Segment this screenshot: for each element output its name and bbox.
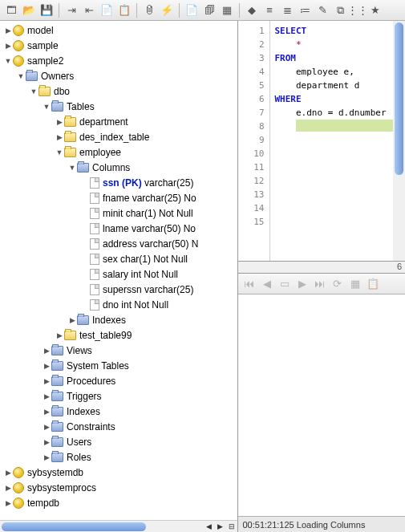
code-line[interactable] [275,149,401,163]
tree-node[interactable]: ▶sample [0,38,237,53]
tree-node[interactable]: ▼Columns [0,160,237,175]
code-line[interactable] [275,163,401,177]
tree-toggle[interactable]: ▶ [67,316,77,324]
tree-node[interactable]: ▶fname varchar(25) No [0,190,237,205]
copy-button[interactable]: 📋 [365,276,381,292]
tree-node[interactable]: ▶des_index_table [0,129,237,144]
indent-button[interactable]: ≣ [279,2,295,18]
tree-node[interactable]: ▶Views [0,343,237,358]
tree-scroll-left[interactable]: ◀ [204,521,215,532]
tree-toggle[interactable]: ▶ [3,484,13,492]
tree-node[interactable]: ▶sybsystemdb [0,465,237,480]
tree-toggle[interactable]: ▼ [29,87,38,95]
new-connection-button[interactable]: 🗔 [3,2,19,18]
wand-button[interactable]: ✎ [314,2,330,18]
tree-toggle[interactable]: ▶ [55,118,64,126]
first-button[interactable]: ⏮ [241,276,257,292]
sheet-button[interactable]: 📄 [184,2,200,18]
sql-editor[interactable]: 123456789101112131415 SELECT *FROM emplo… [238,21,406,262]
book-button[interactable]: ◆ [244,2,260,18]
tree-scroll-end[interactable]: ⊟ [226,521,237,532]
code-line[interactable] [275,177,401,190]
code-line[interactable] [275,190,401,204]
props-button[interactable]: 🗐 [201,2,217,18]
tree-node[interactable]: ▶Indexes [0,404,237,419]
tree-node[interactable]: ▶Procedures [0,373,237,388]
tree-node[interactable]: ▶Triggers [0,388,237,404]
save-button[interactable]: 💾 [38,2,55,18]
tree-toggle[interactable]: ▶ [42,453,51,461]
import-button[interactable]: ⇥ [63,2,79,18]
tree-toggle[interactable]: ▼ [55,148,64,156]
tree-node[interactable]: ▶Roles [0,449,237,465]
tree-node[interactable]: ▶address varchar(50) N [0,236,237,251]
code-line[interactable]: SELECT [275,24,401,38]
tree-node[interactable]: ▶tempdb [0,495,237,510]
tree-node[interactable]: ▶ssn (PK) varchar(25) [0,175,237,190]
tree-node[interactable]: ▶test_table99 [0,327,237,343]
tree-node[interactable]: ▶lname varchar(50) No [0,221,237,236]
paste-button[interactable]: 📋 [116,2,132,18]
tree-toggle[interactable]: ▼ [42,103,51,111]
tree-node[interactable]: ▶sybsystemprocs [0,480,237,495]
tree-node[interactable]: ▼employee [0,144,237,160]
editor-hscrollbar[interactable]: 6 [238,262,406,274]
code-line[interactable]: FROM [275,51,401,65]
refresh-button[interactable]: ⟳ [330,276,346,292]
tree-node[interactable]: ▶Constraints [0,419,237,434]
code-line[interactable] [275,217,401,231]
tree-toggle[interactable]: ▶ [42,377,51,385]
export-button[interactable]: ⇤ [81,2,97,18]
tree-node[interactable]: ▼Tables [0,99,237,114]
tree-node[interactable]: ▶model [0,22,237,38]
export-button[interactable]: ▦ [347,276,363,292]
code-line[interactable] [275,136,401,149]
page-button[interactable]: ▭ [277,276,293,292]
tree-node[interactable]: ▶minit char(1) Not Null [0,205,237,221]
code-line[interactable]: WHERE [275,92,401,106]
code-line[interactable] [275,120,401,136]
editor-code[interactable]: SELECT *FROM employee e, department dWHE… [270,21,406,261]
tree-toggle[interactable]: ▶ [3,499,13,507]
tree-toggle[interactable]: ▶ [42,362,51,370]
tree-toggle[interactable]: ▶ [3,26,13,35]
tree-node[interactable]: ▼sample2 [0,53,237,68]
sort-button[interactable]: ⋮⋮ [350,2,366,18]
code-line[interactable]: employee e, [275,65,401,79]
tree-node[interactable]: ▼Owners [0,68,237,83]
results-grid[interactable] [238,294,406,516]
tree-toggle[interactable]: ▶ [42,423,51,431]
code-line[interactable]: * [275,38,401,51]
tree-node[interactable]: ▶dno int Not Null [0,297,237,312]
editor-vscroll-thumb[interactable] [395,22,403,175]
tree-toggle[interactable]: ▶ [42,392,51,400]
grid-button[interactable]: ▦ [219,2,235,18]
tree-toggle[interactable]: ▼ [3,57,13,65]
outdent-button[interactable]: ≡ [261,2,277,18]
tree-hscroll-thumb[interactable] [2,522,146,531]
copy-button[interactable]: 📄 [99,2,115,18]
tree-node[interactable]: ▶sex char(1) Not Null [0,251,237,266]
tree-node[interactable]: ▶Indexes [0,312,237,327]
db-button[interactable]: 🛢 [141,2,157,18]
tree-toggle[interactable]: ▶ [42,347,51,355]
tree-toggle[interactable]: ▶ [55,331,64,339]
tree-node[interactable]: ▶department [0,114,237,129]
tree-toggle[interactable]: ▶ [55,133,64,141]
tree-node[interactable]: ▶System Tables [0,358,237,373]
object-tree[interactable]: ▶model▶sample▼sample2▼Owners▼dbo▼Tables▶… [0,21,237,520]
prev-button[interactable]: ◀ [259,276,275,292]
tree-node[interactable]: ▶Users [0,434,237,449]
code-line[interactable]: department d [275,79,401,92]
tree-node[interactable]: ▶superssn varchar(25) [0,282,237,297]
run-button[interactable]: ⚡ [159,2,175,18]
format-button[interactable]: ⧉ [332,2,348,18]
last-button[interactable]: ⏭ [312,276,328,292]
tree-toggle[interactable]: ▼ [16,72,26,80]
star-button[interactable]: ★ [367,2,383,18]
tree-scroll-right[interactable]: ▶ [215,521,226,532]
tree-toggle[interactable]: ▶ [42,408,51,416]
tree-toggle[interactable]: ▶ [42,438,51,446]
editor-vscrollbar[interactable] [393,21,405,261]
code-line[interactable]: e.dno = d.dnumber [275,106,401,120]
